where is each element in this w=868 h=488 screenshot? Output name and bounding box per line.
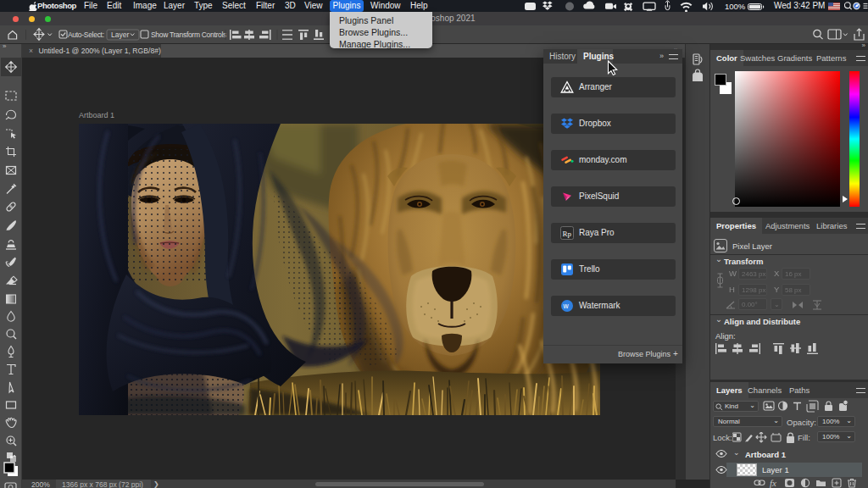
svg-text:fx: fx [770,478,776,488]
svg-text:Auto-Select:: Auto-Select: [68,30,104,39]
svg-text:w: w [563,302,570,310]
svg-text:Rp: Rp [563,230,572,238]
svg-text:Layer: Layer [111,30,129,39]
svg-text:Show Transform Controls: Show Transform Controls [151,30,226,39]
